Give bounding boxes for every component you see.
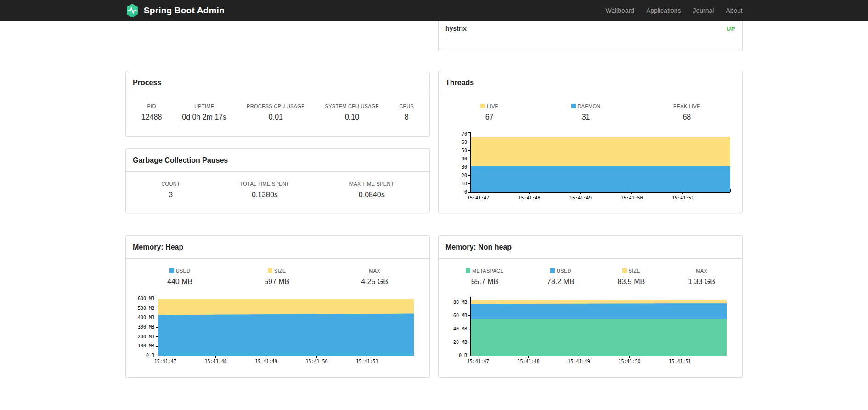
svg-text:50: 50 — [461, 148, 467, 153]
metric-heap-max: MAX 4.25 GB — [361, 268, 388, 286]
page-content: hystrix UP Process PID 12488 UPTIME 0d 0… — [125, 21, 743, 410]
heap-metrics: USED 440 MB SIZE 597 MB MAX 4.25 GB — [126, 259, 429, 289]
svg-text:15:41:48: 15:41:48 — [517, 359, 539, 364]
process-metrics: PID 12488 UPTIME 0d 0h 2m 17s PROCESS CP… — [126, 94, 429, 124]
metric-threads-daemon: DAEMON 31 — [571, 103, 601, 121]
threads-panel-title: Threads — [439, 71, 742, 94]
metric-threads-live: LIVE 67 — [480, 103, 498, 121]
threads-panel: Threads LIVE 67 DAEMON 31 PEAK LIVE 68 — [438, 71, 743, 213]
metric-process-cpu: PROCESS CPU USAGE 0.01 — [247, 103, 305, 121]
nonheap-metrics: METASPACE 55.7 MB USED 78.2 MB SIZE 83.5… — [439, 259, 742, 289]
svg-text:15:41:50: 15:41:50 — [305, 359, 327, 364]
svg-text:500 MB: 500 MB — [137, 306, 154, 311]
svg-text:400 MB: 400 MB — [137, 315, 154, 320]
memory-heap-panel-title: Memory: Heap — [126, 236, 429, 259]
memory-nonheap-panel: Memory: Non heap METASPACE 55.7 MB USED … — [438, 235, 743, 378]
svg-text:70: 70 — [461, 131, 467, 137]
metric-pid: PID 12488 — [141, 103, 162, 121]
svg-text:40: 40 — [461, 156, 467, 161]
application-name[interactable]: hystrix — [445, 25, 467, 32]
metric-nonheap-metaspace: METASPACE 55.7 MB — [466, 268, 504, 286]
svg-text:10: 10 — [461, 181, 467, 186]
memory-nonheap-panel-title: Memory: Non heap — [439, 236, 742, 259]
empty-cell — [125, 21, 430, 51]
metric-heap-used: USED 440 MB — [167, 268, 192, 286]
metric-gc-max-time: MAX TIME SPENT 0.0840s — [349, 181, 394, 199]
nav-links: Wallboard Applications Journal About — [599, 7, 743, 14]
metric-gc-total-time: TOTAL TIME SPENT 0.1380s — [240, 181, 290, 199]
svg-text:15:41:49: 15:41:49 — [568, 359, 590, 364]
live-legend-swatch — [480, 104, 485, 108]
svg-text:15:41:50: 15:41:50 — [618, 359, 640, 364]
svg-text:15:41:48: 15:41:48 — [204, 359, 226, 364]
svg-text:15:41:51: 15:41:51 — [356, 359, 378, 364]
memory-heap-panel: Memory: Heap USED 440 MB SIZE 597 MB MAX — [125, 235, 430, 378]
svg-text:0: 0 — [464, 189, 467, 194]
svg-text:15:41:47: 15:41:47 — [467, 195, 489, 200]
nonheap-used-legend-swatch — [550, 268, 555, 273]
nav-item-about[interactable]: About — [720, 7, 743, 14]
svg-text:200 MB: 200 MB — [137, 334, 154, 339]
metric-gc-count: COUNT 3 — [161, 181, 180, 199]
metric-nonheap-size: SIZE 83.5 MB — [618, 268, 645, 286]
metaspace-legend-swatch — [466, 268, 470, 273]
gc-panel: Garbage Collection Pauses COUNT 3 TOTAL … — [125, 148, 430, 213]
brand-title: Spring Boot Admin — [144, 6, 225, 16]
process-panel: Process PID 12488 UPTIME 0d 0h 2m 17s PR… — [125, 71, 430, 137]
metric-heap-size: SIZE 597 MB — [264, 268, 289, 286]
svg-text:15:41:49: 15:41:49 — [255, 359, 277, 364]
nonheap-size-legend-swatch — [622, 268, 627, 273]
threads-metrics: LIVE 67 DAEMON 31 PEAK LIVE 68 — [439, 94, 742, 124]
svg-text:40 MB: 40 MB — [453, 326, 467, 331]
spring-boot-admin-logo-icon — [125, 3, 139, 18]
svg-text:15:41:47: 15:41:47 — [467, 359, 489, 364]
memory-heap-chart: 0 B100 MB200 MB300 MB400 MB500 MB600 MB1… — [131, 293, 425, 369]
svg-text:60: 60 — [461, 140, 467, 145]
threads-chart: 01020304050607015:41:4715:41:4815:41:491… — [444, 129, 738, 205]
svg-text:15:41:47: 15:41:47 — [154, 359, 176, 364]
navbar: Spring Boot Admin Wallboard Applications… — [0, 0, 868, 21]
svg-text:100 MB: 100 MB — [137, 343, 154, 348]
svg-text:15:41:50: 15:41:50 — [620, 195, 643, 200]
application-row-hystrix[interactable]: hystrix UP — [445, 21, 735, 38]
svg-text:15:41:48: 15:41:48 — [518, 195, 540, 200]
status-badge: UP — [727, 25, 735, 32]
metric-nonheap-used: USED 78.2 MB — [547, 268, 575, 286]
gc-metrics: COUNT 3 TOTAL TIME SPENT 0.1380s MAX TIM… — [126, 172, 429, 202]
metric-nonheap-max: MAX 1.33 GB — [688, 268, 715, 286]
svg-text:0 B: 0 B — [458, 353, 467, 358]
svg-text:300 MB: 300 MB — [137, 325, 154, 330]
metric-uptime: UPTIME 0d 0h 2m 17s — [182, 103, 226, 121]
metric-system-cpu: SYSTEM CPU USAGE 0.10 — [325, 103, 379, 121]
metric-threads-peak-live: PEAK LIVE 68 — [673, 103, 700, 121]
heap-used-legend-swatch — [169, 268, 174, 273]
svg-text:20 MB: 20 MB — [453, 340, 467, 345]
svg-text:80 MB: 80 MB — [453, 300, 467, 305]
navbar-container: Spring Boot Admin Wallboard Applications… — [125, 0, 743, 21]
svg-text:30: 30 — [461, 165, 467, 170]
svg-text:15:41:49: 15:41:49 — [569, 195, 591, 200]
svg-text:600 MB: 600 MB — [137, 296, 154, 301]
heap-size-legend-swatch — [268, 268, 272, 273]
brand-link[interactable]: Spring Boot Admin — [125, 3, 225, 18]
applications-panel: hystrix UP — [438, 21, 743, 51]
daemon-legend-swatch — [571, 104, 576, 108]
nav-item-wallboard[interactable]: Wallboard — [599, 7, 640, 14]
gc-panel-title: Garbage Collection Pauses — [126, 149, 429, 172]
left-column: Process PID 12488 UPTIME 0d 0h 2m 17s PR… — [125, 71, 430, 213]
process-panel-title: Process — [126, 71, 429, 94]
svg-text:15:41:51: 15:41:51 — [669, 359, 691, 364]
nav-item-journal[interactable]: Journal — [687, 7, 720, 14]
svg-text:0 B: 0 B — [146, 353, 154, 358]
memory-nonheap-chart: 0 B20 MB40 MB60 MB80 MB15:41:4715:41:481… — [444, 293, 738, 369]
svg-text:20: 20 — [461, 173, 467, 178]
svg-text:60 MB: 60 MB — [453, 313, 467, 318]
nav-item-applications[interactable]: Applications — [640, 7, 687, 14]
svg-text:15:41:51: 15:41:51 — [671, 195, 693, 200]
metric-cpus: CPUS 8 — [399, 103, 414, 121]
